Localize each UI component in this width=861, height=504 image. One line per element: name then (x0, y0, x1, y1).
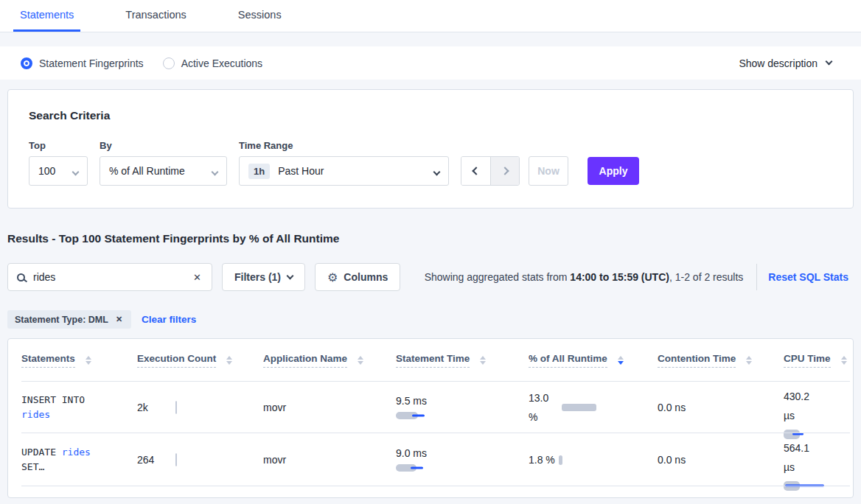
time-range-group: Time Range 1h Past Hour (239, 140, 449, 186)
apply-button[interactable]: Apply (588, 157, 639, 185)
columns-button[interactable]: ⚙ Columns (315, 263, 400, 291)
show-description-label: Show description (739, 57, 818, 69)
cpu-time-value: 430.2 µs (784, 387, 818, 425)
columns-button-label: Columns (344, 271, 388, 283)
search-input[interactable] (33, 271, 192, 283)
applied-filters-row: Statement Type: DML ✕ Clear filters (7, 310, 854, 329)
statement-time-value: 9.0 ms (396, 447, 529, 459)
sort-icon[interactable] (480, 356, 486, 365)
chevron-right-icon (501, 167, 509, 175)
sort-icon[interactable] (841, 356, 847, 365)
table-header-row: Statements Execution Count Application N… (8, 339, 853, 382)
radio-selected-icon[interactable] (21, 57, 32, 69)
statement-time-mean-marker (412, 414, 425, 416)
cpu-time-value: 564.1 µs (784, 438, 818, 477)
show-description-toggle[interactable]: Show description (739, 57, 832, 69)
chevron-down-icon (287, 273, 294, 280)
table-row: INSERT INTO rides 2k movr 9.5 ms 13.0 % … (8, 382, 853, 433)
reset-sql-stats-link[interactable]: Reset SQL Stats (768, 271, 848, 283)
results-toolbar: ✕ Filters (1) ⚙ Columns Showing aggregat… (7, 263, 854, 291)
radio-statement-fingerprints[interactable]: Statement Fingerprints (21, 57, 144, 69)
statement-time-mean-marker (411, 466, 423, 469)
search-criteria-title: Search Criteria (29, 109, 832, 122)
column-header-statement-time[interactable]: Statement Time (396, 353, 529, 368)
top-tab-bar: Statements Transactions Sessions (0, 0, 861, 32)
search-icon (17, 273, 25, 281)
sort-icon[interactable] (746, 356, 752, 365)
column-header-pct-all-runtime[interactable]: % of All Runtime (529, 353, 658, 368)
radio-active-executions[interactable]: Active Executions (163, 57, 263, 69)
top-select[interactable]: 100 (29, 156, 88, 186)
statement-fingerprint: UPDATE rides SET… (21, 445, 105, 475)
chevron-down-icon (433, 169, 441, 176)
chevron-left-icon (472, 167, 480, 175)
statements-table: Statements Execution Count Application N… (7, 338, 854, 498)
column-header-application-name[interactable]: Application Name (263, 353, 396, 368)
filters-button-label: Filters (1) (234, 271, 281, 283)
column-header-contention-time[interactable]: Contention Time (658, 353, 784, 368)
top-select-value: 100 (38, 165, 55, 177)
table-row: UPDATE rides SET… 264 movr 9.0 ms 1.8 % … (8, 433, 853, 486)
column-header-statements[interactable]: Statements (8, 353, 137, 368)
application-name-value: movr (263, 402, 286, 413)
pct-runtime-value: 13.0 % (529, 388, 558, 427)
clear-search-icon[interactable]: ✕ (192, 272, 203, 283)
radio-active-executions-label: Active Executions (181, 57, 263, 69)
now-button[interactable]: Now (529, 156, 568, 186)
filters-button[interactable]: Filters (1) (222, 263, 305, 291)
statement-link[interactable]: rides (21, 409, 50, 420)
time-step-control (461, 156, 520, 186)
column-header-cpu-time[interactable]: CPU Time (784, 353, 853, 368)
tab-transactions[interactable]: Transactions (119, 0, 192, 32)
pct-runtime-bar (559, 455, 562, 465)
time-range-value: Past Hour (278, 165, 324, 177)
time-range-select[interactable]: 1h Past Hour (239, 156, 449, 186)
sort-icon[interactable] (226, 356, 232, 365)
view-toggle-bar: Statement Fingerprints Active Executions… (0, 46, 861, 80)
filter-chip-label: Statement Type: DML (15, 315, 108, 325)
statement-fingerprint: INSERT INTO rides (21, 393, 105, 422)
row-divider (21, 486, 850, 486)
radio-statement-fingerprints-label: Statement Fingerprints (39, 57, 144, 69)
clear-filters-link[interactable]: Clear filters (142, 314, 196, 325)
filter-chip-statement-type[interactable]: Statement Type: DML ✕ (7, 310, 131, 329)
application-name-value: movr (263, 454, 286, 466)
tab-sessions[interactable]: Sessions (231, 0, 288, 32)
column-header-execution-count[interactable]: Execution Count (137, 353, 263, 368)
statement-time-value: 9.5 ms (396, 395, 529, 407)
gear-icon: ⚙ (327, 270, 338, 284)
search-box[interactable]: ✕ (7, 263, 212, 291)
execution-count-bar (175, 454, 177, 466)
contention-time-value: 0.0 ns (658, 402, 686, 413)
remove-filter-icon[interactable]: ✕ (114, 315, 124, 324)
showing-stats-text: Showing aggregated stats from 14:00 to 1… (425, 271, 744, 283)
contention-time-value: 0.0 ns (658, 454, 686, 466)
tab-statements[interactable]: Statements (13, 0, 80, 32)
execution-count-value: 264 (137, 454, 154, 466)
search-criteria-card: Search Criteria Top 100 By % of All Runt… (7, 89, 854, 209)
by-select-value: % of All Runtime (109, 165, 185, 177)
by-group: By % of All Runtime (100, 140, 227, 186)
sort-icon[interactable] (86, 356, 91, 365)
top-label: Top (29, 140, 88, 151)
chevron-down-icon (826, 58, 833, 66)
sort-icon[interactable] (358, 356, 363, 365)
next-time-button[interactable] (490, 157, 519, 185)
execution-count-bar (175, 402, 177, 414)
time-range-label: Time Range (239, 140, 449, 151)
chevron-down-icon (212, 169, 219, 176)
chevron-down-icon (72, 169, 80, 176)
by-select[interactable]: % of All Runtime (100, 156, 227, 186)
previous-time-button[interactable] (461, 157, 490, 185)
results-heading: Results - Top 100 Statement Fingerprints… (7, 232, 854, 245)
time-range-badge: 1h (248, 164, 270, 179)
pct-runtime-bar (562, 404, 596, 411)
sort-icon-active-desc[interactable] (618, 356, 624, 365)
radio-unselected-icon[interactable] (163, 57, 175, 69)
statement-link[interactable]: rides (62, 447, 91, 458)
by-label: By (100, 140, 227, 151)
execution-count-value: 2k (137, 402, 148, 413)
top-group: Top 100 (29, 140, 88, 186)
pct-runtime-value: 1.8 % (529, 450, 555, 469)
vertical-divider (756, 264, 757, 290)
